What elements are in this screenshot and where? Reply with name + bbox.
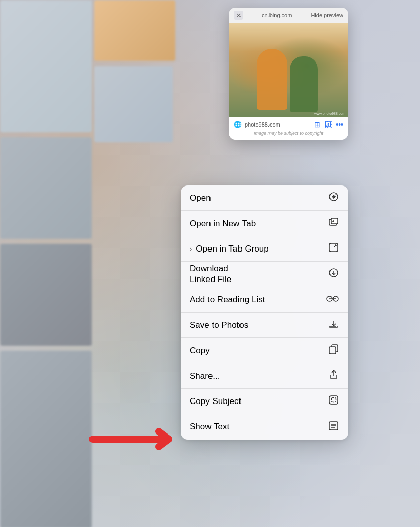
- preview-copyright: Image may be subject to copyright: [234, 129, 343, 137]
- preview-url-text: photo988.com: [245, 121, 311, 128]
- menu-item-open-new-tab-left: Open in New Tab: [190, 218, 256, 229]
- menu-item-copy-subject[interactable]: Copy Subject: [181, 389, 348, 414]
- menu-item-reading-list[interactable]: Add to Reading List: [181, 287, 348, 313]
- preview-image-bg: [229, 23, 348, 117]
- open-new-tab-icon: [328, 216, 339, 230]
- preview-hide-label[interactable]: Hide preview: [311, 12, 343, 18]
- globe-icon: 🌐: [234, 121, 242, 128]
- menu-item-copy[interactable]: Copy: [181, 338, 348, 363]
- preview-domain: cn.bing.com: [243, 12, 311, 18]
- figure-left: [257, 49, 287, 110]
- menu-item-reading-list-left: Add to Reading List: [190, 294, 265, 305]
- save-photos-icon: [328, 318, 339, 332]
- open-icon: [328, 191, 339, 205]
- menu-item-open[interactable]: Open: [181, 185, 348, 211]
- bg-tile-4: [0, 244, 92, 346]
- context-menu: Open Open in New Tab: [181, 185, 348, 440]
- menu-share-label: Share...: [190, 370, 220, 381]
- menu-item-save-photos-left: Save to Photos: [190, 320, 248, 330]
- bg-tile-5: [0, 351, 92, 527]
- menu-download-label: DownloadLinked File: [190, 264, 231, 285]
- menu-item-share-left: Share...: [190, 370, 220, 381]
- preview-url-row: 🌐 photo988.com ⊞ 🖼 •••: [234, 120, 343, 129]
- bg-tile-2: [94, 0, 175, 61]
- menu-item-show-text[interactable]: Show Text: [181, 414, 348, 440]
- menu-item-open-new-tab[interactable]: Open in New Tab: [181, 211, 348, 236]
- menu-open-tab-group-label: Open in Tab Group: [196, 243, 268, 254]
- menu-copy-subject-label: Copy Subject: [190, 396, 241, 407]
- menu-item-save-photos[interactable]: Save to Photos: [181, 313, 348, 338]
- show-text-icon: [328, 420, 339, 434]
- menu-open-label: Open: [190, 193, 211, 203]
- tab-group-chevron-icon: ›: [190, 245, 192, 253]
- download-icon: [328, 267, 339, 281]
- svg-rect-5: [331, 218, 338, 224]
- reading-list-icon: [326, 294, 339, 305]
- svg-rect-19: [329, 396, 338, 404]
- copy-subject-icon: [328, 394, 339, 408]
- svg-rect-17: [329, 347, 336, 354]
- preview-close-button[interactable]: ✕: [234, 11, 243, 20]
- menu-item-download-left: DownloadLinked File: [190, 264, 231, 285]
- preview-action-image-icon[interactable]: 🖼: [324, 120, 332, 129]
- menu-item-share[interactable]: Share...: [181, 363, 348, 389]
- bg-tile-3: [0, 137, 92, 239]
- watermark: www.photo988.com: [314, 112, 345, 115]
- menu-save-photos-label: Save to Photos: [190, 320, 248, 330]
- menu-item-show-text-left: Show Text: [190, 421, 229, 432]
- red-arrow-indicator: [87, 424, 187, 452]
- figure-right: [290, 56, 318, 112]
- menu-open-new-tab-label: Open in New Tab: [190, 218, 256, 229]
- bg-tile-1: [0, 0, 92, 132]
- menu-item-copy-subject-left: Copy Subject: [190, 396, 241, 407]
- preview-actions: ⊞ 🖼 •••: [314, 120, 343, 129]
- preview-action-grid-icon[interactable]: ⊞: [314, 120, 320, 129]
- preview-card: ✕ cn.bing.com Hide preview www.photo988.…: [229, 8, 348, 140]
- menu-copy-label: Copy: [190, 345, 210, 356]
- tab-group-icon: [328, 242, 339, 256]
- menu-item-open-tab-group-left: › Open in Tab Group: [190, 243, 269, 254]
- preview-footer: 🌐 photo988.com ⊞ 🖼 ••• Image may be subj…: [229, 117, 348, 140]
- preview-action-more-icon[interactable]: •••: [336, 120, 343, 129]
- share-icon: [328, 369, 339, 383]
- bg-tile-6: [94, 66, 173, 142]
- menu-show-text-label: Show Text: [190, 421, 229, 432]
- menu-item-download[interactable]: DownloadLinked File: [181, 262, 348, 287]
- preview-header: ✕ cn.bing.com Hide preview: [229, 8, 348, 23]
- preview-image: www.photo988.com: [229, 23, 348, 117]
- menu-reading-list-label: Add to Reading List: [190, 294, 265, 305]
- menu-item-open-tab-group[interactable]: › Open in Tab Group: [181, 236, 348, 262]
- menu-item-copy-left: Copy: [190, 345, 210, 356]
- copy-icon: [328, 344, 339, 357]
- menu-item-open-left: Open: [190, 193, 211, 203]
